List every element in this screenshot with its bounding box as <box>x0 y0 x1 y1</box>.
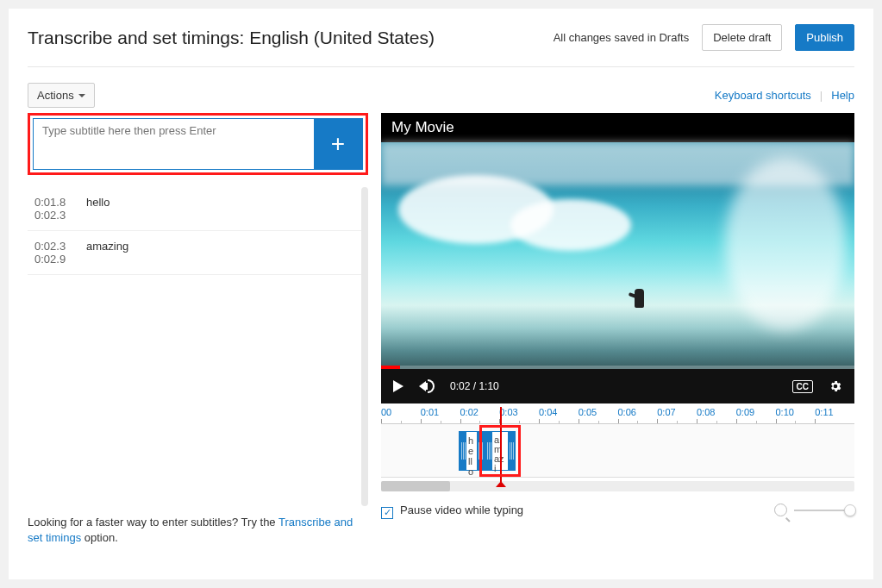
volume-icon[interactable] <box>419 379 435 393</box>
zoom-slider-knob[interactable] <box>844 504 856 516</box>
actions-dropdown-button[interactable]: Actions <box>28 83 95 108</box>
settings-gear-icon[interactable] <box>829 379 842 393</box>
video-player[interactable]: My Movie 0:02 / <box>381 113 854 403</box>
subtitle-item[interactable]: 0:02.3 0:02.9 amazing <box>28 231 368 275</box>
publish-button[interactable]: Publish <box>795 24 854 51</box>
surfer-graphic <box>627 289 653 319</box>
subtitle-text-input[interactable] <box>34 119 314 169</box>
timeline-track[interactable]: hello amazi <box>381 424 854 478</box>
zoom-slider[interactable] <box>794 510 854 511</box>
timeline-scrollbar[interactable] <box>381 481 854 491</box>
main-content: + 0:01.8 0:02.3 hello 0:02.3 0:02.9 <box>28 113 854 546</box>
zoom-control[interactable] <box>774 504 854 516</box>
toolbar-row: Actions Keyboard shortcuts | Help <box>28 83 854 108</box>
header-row: Transcribe and set timings: English (Uni… <box>28 24 854 67</box>
clip-text: hello <box>468 435 475 477</box>
page-container: Transcribe and set timings: English (Uni… <box>9 9 873 579</box>
header-actions: All changes saved in Drafts Delete draft… <box>554 24 854 51</box>
left-panel: + 0:01.8 0:02.3 hello 0:02.3 0:02.9 <box>28 113 368 546</box>
subtitle-text: amazing <box>86 240 128 266</box>
timeline-clip[interactable]: hello <box>459 431 485 471</box>
timeline-playhead[interactable] <box>500 407 502 482</box>
clip-handle-left[interactable] <box>460 432 466 470</box>
link-separator: | <box>820 89 823 102</box>
magnifier-icon <box>774 504 787 516</box>
play-button-icon[interactable] <box>393 380 403 392</box>
timeline[interactable]: 00 0:01 0:02 0:03 0:04 0:05 0:06 0:07 0:… <box>381 407 854 491</box>
keyboard-shortcuts-link[interactable]: Keyboard shortcuts <box>715 89 811 102</box>
save-status-text: All changes saved in Drafts <box>554 31 690 44</box>
video-frame <box>381 142 854 369</box>
footer-hint: Looking for a faster way to enter subtit… <box>28 515 355 546</box>
subtitle-time: 0:01.8 0:02.3 <box>34 196 86 222</box>
right-panel: My Movie 0:02 / <box>381 113 854 546</box>
right-footer: ✓Pause video while typing <box>381 504 854 517</box>
subtitle-item[interactable]: 0:01.8 0:02.3 hello <box>28 187 368 231</box>
subtitle-input-row: + <box>33 118 363 170</box>
video-controls: 0:02 / 1:10 CC <box>381 369 854 403</box>
toolbar-links: Keyboard shortcuts | Help <box>715 89 854 102</box>
caret-down-icon <box>78 94 85 97</box>
video-title-bar: My Movie <box>381 113 854 142</box>
subtitle-list[interactable]: 0:01.8 0:02.3 hello 0:02.3 0:02.9 amazin… <box>28 187 368 506</box>
highlight-annotation-input: + <box>28 113 368 175</box>
subtitle-time: 0:02.3 0:02.9 <box>34 240 86 266</box>
subtitle-text: hello <box>86 196 109 222</box>
closed-captions-button[interactable]: CC <box>792 380 813 393</box>
timeline-ruler: 00 0:01 0:02 0:03 0:04 0:05 0:06 0:07 0:… <box>381 407 854 424</box>
video-time-display: 0:02 / 1:10 <box>450 380 499 392</box>
delete-draft-button[interactable]: Delete draft <box>702 24 782 51</box>
checkbox-icon: ✓ <box>381 507 393 519</box>
add-subtitle-button[interactable]: + <box>314 119 362 169</box>
clip-handle-left[interactable] <box>485 432 492 470</box>
help-link[interactable]: Help <box>831 89 854 102</box>
actions-label: Actions <box>37 89 74 102</box>
clip-handle-right[interactable] <box>477 432 484 470</box>
page-title: Transcribe and set timings: English (Uni… <box>28 28 435 48</box>
plus-icon: + <box>331 130 345 158</box>
clip-handle-right[interactable] <box>508 432 515 470</box>
pause-while-typing-toggle[interactable]: ✓Pause video while typing <box>381 504 523 517</box>
